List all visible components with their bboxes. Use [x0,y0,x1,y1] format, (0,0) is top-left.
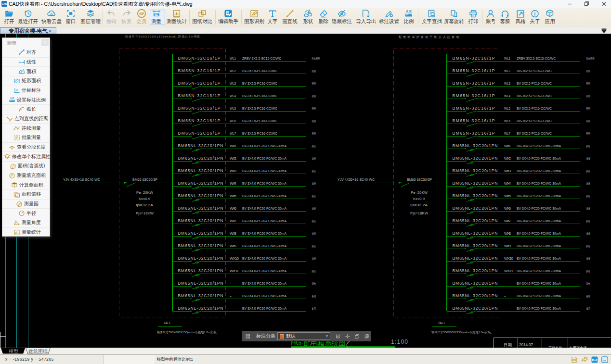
svg-text:WL1: WL1 [504,56,510,61]
svg-text:照明: 照明 [312,120,316,123]
svg-text:YJV-4X35+16-SC40-WC: YJV-4X35+16-SC40-WC [63,177,100,182]
svg-text:1:100: 1:100 [391,339,408,345]
svg-text:BM65NL-32C20/1PN: BM65NL-32C20/1PN [453,168,498,173]
svg-text:备用: 备用 [312,295,316,298]
svg-text:BV-3X4.0-PC20-FC/WC-30mA: BV-3X4.0-PC20-FC/WC-30mA [242,306,287,311]
svg-text:BM65NL-32C20/1PN: BM65NL-32C20/1PN [453,206,498,211]
svg-text:BV-3X4.0-PC20-FC/WC-30mA: BV-3X4.0-PC20-FC/WC-30mA [517,281,561,286]
svg-text:BV-3X4.0-PC20-FC/WC-30mA: BV-3X4.0-PC20-FC/WC-30mA [242,269,287,273]
svg-text:WL7: WL7 [504,131,510,136]
svg-text:WX8: WX8 [504,231,511,236]
svg-text:BM65NL-32C20/1PN: BM65NL-32C20/1PN [178,218,223,223]
svg-text:插座: 插座 [586,157,591,161]
svg-text:BM65NL-32C20/1PN: BM65NL-32C20/1PN [453,181,498,186]
svg-text:BM65NL-32C20/1PN: BM65NL-32C20/1PN [453,156,498,161]
svg-text:插座: 插座 [586,144,591,148]
svg-text:WX11: WX11 [230,269,239,273]
svg-text:WX2: WX2 [504,156,511,161]
svg-text:BV-3X4.0-PC20-FC/WC-30mA: BV-3X4.0-PC20-FC/WC-30mA [517,306,561,311]
svg-text:WX7: WX7 [504,219,511,223]
svg-text:WL2: WL2 [230,69,236,73]
svg-text:BV-3X4.0-PC20-FC/WC-30mA: BV-3X4.0-PC20-FC/WC-30mA [242,244,287,248]
svg-text:照明: 照明 [586,107,591,110]
svg-text:插座: 插座 [312,157,316,161]
svg-text:WL6: WL6 [504,119,510,123]
svg-text:Kx=0.9: Kx=0.9 [139,197,150,201]
svg-text:WX9: WX9 [230,244,237,248]
svg-text:BM65NL-32C20/1PN: BM65NL-32C20/1PN [453,256,498,261]
svg-text:BV-3X4.0-PC20-FC/WC-30mA: BV-3X4.0-PC20-FC/WC-30mA [517,169,561,173]
svg-text:-: - [504,306,506,311]
svg-text:箱体尺寸500X600X150(wxhxd),距地1.8m安: 箱体尺寸500X600X150(wxhxd),距地1.8m安装。 [431,330,494,334]
svg-text:BV-3X4.0-PC20-FC/WC-30mA: BV-3X4.0-PC20-FC/WC-30mA [242,206,287,211]
svg-text:WX6: WX6 [504,206,511,211]
svg-text:插座: 插座 [312,144,316,148]
svg-text:弱电: 弱电 [586,282,591,286]
svg-text:BM65N-32C16/1P: BM65N-32C16/1P [453,81,495,86]
svg-text:BV-3X4.0-PC20-FC/WC-30mA: BV-3X4.0-PC20-FC/WC-30mA [517,219,561,223]
svg-text:箱体尺寸500X600X150(wxhxd),距地1.8m安: 箱体尺寸500X600X150(wxhxd),距地1.8m安装。 [157,330,219,334]
svg-text:备用: 备用 [586,295,591,298]
svg-text:BV-3X4.0-PC20-FC/WC-30mA: BV-3X4.0-PC20-FC/WC-30mA [517,206,561,211]
svg-text:插座: 插座 [312,182,316,186]
svg-text:-: - [504,281,506,286]
svg-text:插座: 插座 [586,169,591,173]
svg-text:插座: 插座 [312,232,316,236]
svg-text:BM65NL-32C20/1PN: BM65NL-32C20/1PN [178,206,223,211]
svg-text:BV-3X4.0-PC20-FC/WC-30mA: BV-3X4.0-PC20-FC/WC-30mA [517,256,561,261]
svg-text:BM65N-32C16/1P: BM65N-32C16/1P [178,118,221,123]
svg-text:插座: 插座 [312,244,316,248]
svg-text:备用: 备用 [312,307,316,311]
svg-text:照明: 照明 [586,120,591,123]
svg-text:插座: 插座 [312,194,316,198]
svg-text:BV-3X4.0-PC20-FC/WC-30mA: BV-3X4.0-PC20-FC/WC-30mA [517,156,561,161]
svg-text:1AL1: 1AL1 [164,321,170,325]
svg-text:Ijs=32.2A: Ijs=32.2A [136,203,154,207]
svg-text:BM65-63C50/3P: BM65-63C50/3P [132,177,157,182]
svg-text:插座: 插座 [312,207,316,211]
svg-text:WX2: WX2 [230,156,237,161]
svg-text:BV-3X4.0-PC20-FC/WC-30mA: BV-3X4.0-PC20-FC/WC-30mA [242,156,287,161]
svg-text:BM65NL-32C20/1PN: BM65NL-32C20/1PN [453,281,498,286]
svg-text:PDF: PDF [572,359,577,362]
svg-text:BV-3X4.0-PC20-FC/WC-30mA: BV-3X4.0-PC20-FC/WC-30mA [517,231,561,236]
svg-text:插座: 插座 [586,194,591,198]
svg-text:BM65NL-32C20/1PN: BM65NL-32C20/1PN [178,306,223,311]
svg-text:BM65NL-32C20/1PN: BM65NL-32C20/1PN [453,268,498,273]
svg-text:Ijs=32.2A: Ijs=32.2A [410,203,428,207]
svg-text:配电箱保护接地干线引入处接地: 配电箱保护接地干线引入处接地 [399,35,459,39]
svg-text:WX10: WX10 [230,256,239,261]
svg-text:WX8: WX8 [230,231,237,236]
svg-text:BM65NL-32C20/1PN: BM65NL-32C20/1PN [178,193,223,198]
svg-text:BM65NL-32C20/1PN: BM65NL-32C20/1PN [453,306,498,311]
svg-text:WX4: WX4 [230,181,237,186]
svg-text:BV-3X4.0-PC20-FC/WC-30mA: BV-3X4.0-PC20-FC/WC-30mA [242,144,287,148]
svg-text:BV-3X4.0-PC20-FC/WC-30mA: BV-3X4.0-PC20-FC/WC-30mA [242,219,287,223]
svg-text:WL6: WL6 [230,119,236,123]
svg-text:BV-3X4.0-PC20-FC/WC-30mA: BV-3X4.0-PC20-FC/WC-30mA [517,181,561,186]
svg-text:BM65NL-32C20/1PN: BM65NL-32C20/1PN [178,168,223,173]
svg-text:BM65NL-32C20/1PN: BM65NL-32C20/1PN [178,243,223,248]
svg-text:BV-3X2.5-PC16-CC/WC: BV-3X2.5-PC16-CC/WC [242,131,277,136]
svg-text:BV-3X4.0-PC20-FC/WC-30mA: BV-3X4.0-PC20-FC/WC-30mA [242,194,287,198]
svg-text:BV-3X4.0-PC20-FC/WC-30mA: BV-3X4.0-PC20-FC/WC-30mA [242,169,287,173]
svg-text:WL5: WL5 [504,106,510,111]
svg-text:A:B: A:B [10,97,14,100]
svg-text:BV-3X2.5-PC16-CC/WC: BV-3X2.5-PC16-CC/WC [242,69,277,73]
svg-text:BV-3X4.0-PC20-FC/WC-30mA: BV-3X4.0-PC20-FC/WC-30mA [517,144,561,148]
svg-text:WX4: WX4 [504,181,511,186]
svg-text:BV-3X2.5-PC16-CC/WC: BV-3X2.5-PC16-CC/WC [517,119,552,123]
svg-text:插座: 插座 [586,182,591,186]
svg-text:2014.07: 2014.07 [519,342,533,347]
svg-text:BV-3X2.5-PC16-CC/WC: BV-3X2.5-PC16-CC/WC [242,106,277,111]
svg-text:2AL1: 2AL1 [438,321,445,325]
svg-text:BV-3X4.0-PC20-FC/WC-30mA: BV-3X4.0-PC20-FC/WC-30mA [517,269,561,273]
svg-text:模型: 模型 [9,349,18,354]
svg-text:WL2: WL2 [504,69,510,73]
svg-text:BV-3X2.5-PC16-CC/WC: BV-3X2.5-PC16-CC/WC [242,81,277,86]
svg-text:备用: 备用 [586,307,591,311]
svg-text:WL4: WL4 [230,94,236,98]
svg-text:BM65NL-32C20/1PN: BM65NL-32C20/1PN [178,181,223,186]
svg-text:BV-3X2.5-PC16-CC/WC: BV-3X2.5-PC16-CC/WC [517,69,552,73]
svg-text:BV-3X2.5-PC16-CC/WC: BV-3X2.5-PC16-CC/WC [517,94,552,98]
